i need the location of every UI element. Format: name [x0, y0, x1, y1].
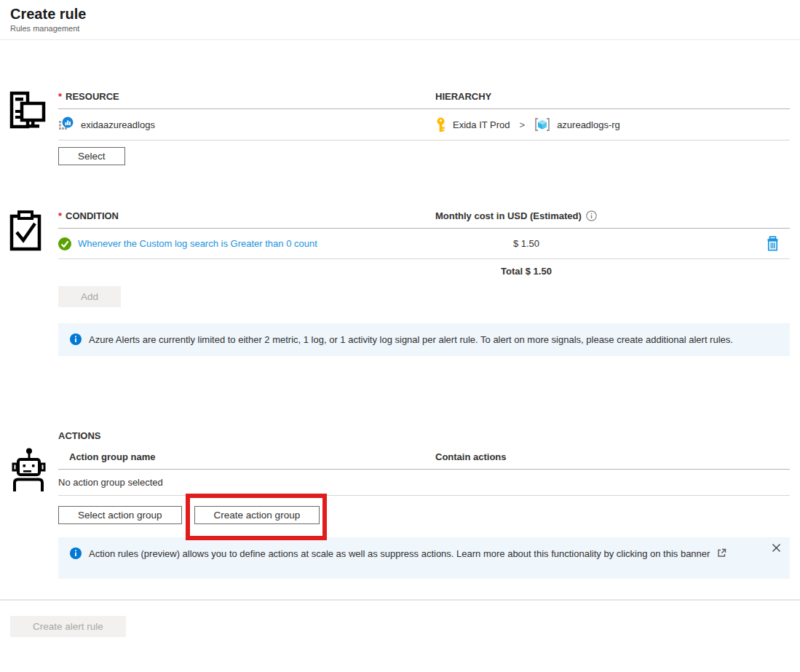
close-icon — [772, 543, 781, 553]
action-rules-preview-banner[interactable]: Action rules (preview) allows you to def… — [58, 537, 790, 579]
required-marker: * — [58, 210, 62, 221]
contain-actions-column-header: Contain actions — [435, 451, 790, 462]
alerts-limit-info-banner: Azure Alerts are currently limited to ei… — [58, 323, 790, 356]
action-group-empty-row: No action group selected — [58, 470, 790, 496]
log-analytics-workspace-icon — [58, 116, 74, 133]
trash-icon — [766, 236, 780, 251]
no-action-group-text: No action group selected — [58, 477, 163, 488]
breadcrumb: Rules management — [10, 24, 790, 33]
clipboard-check-icon — [9, 210, 43, 251]
actions-icon-column — [0, 430, 58, 579]
resource-section: *RESOURCE HIERARCHY — [0, 91, 800, 165]
select-action-group-button[interactable]: Select action group — [58, 506, 182, 524]
create-action-group-button[interactable]: Create action group — [194, 506, 320, 524]
action-group-name-column-header: Action group name — [58, 451, 435, 462]
condition-section: *CONDITION Monthly cost in USD (Estimate… — [0, 210, 800, 356]
footer: Create alert rule — [0, 601, 800, 652]
subscription-key-icon — [435, 117, 446, 133]
condition-total-row: Total $ 1.50 — [58, 259, 790, 277]
robot-icon — [9, 448, 47, 493]
add-condition-button[interactable]: Add — [58, 286, 121, 307]
subscription-name: Exida IT Prod — [453, 119, 510, 130]
total-cost: Total $ 1.50 — [435, 266, 617, 277]
actions-header: ACTIONS — [58, 430, 790, 441]
hierarchy-column-header: HIERARCHY — [435, 91, 790, 102]
resource-row: exidaazureadlogs Exida IT Prod > — [58, 109, 790, 141]
page-header: Create rule Rules management — [0, 0, 800, 40]
create-alert-rule-button[interactable]: Create alert rule — [10, 616, 126, 637]
actions-section: ACTIONS Action group name Contain action… — [0, 430, 800, 579]
condition-cost-value: $ 1.50 — [435, 238, 617, 249]
alerts-limit-info-text: Azure Alerts are currently limited to ei… — [89, 333, 733, 347]
delete-condition-button[interactable] — [766, 236, 790, 251]
resource-name: exidaazureadlogs — [81, 119, 155, 130]
cost-column-header: Monthly cost in USD (Estimated) — [435, 210, 582, 221]
condition-row: Whenever the Custom log search is Greate… — [58, 229, 790, 259]
close-banner-button[interactable] — [772, 543, 781, 553]
select-resource-button[interactable]: Select — [58, 147, 125, 165]
hierarchy-chevron: > — [520, 119, 526, 130]
page-title: Create rule — [10, 5, 790, 23]
condition-column-header: *CONDITION — [58, 210, 435, 221]
info-tooltip-icon[interactable] — [586, 210, 597, 221]
action-rules-preview-text: Action rules (preview) allows you to def… — [89, 547, 726, 561]
condition-rule-link[interactable]: Whenever the Custom log search is Greate… — [78, 238, 317, 249]
success-check-icon — [58, 237, 71, 250]
resource-icon-column — [0, 91, 58, 165]
condition-icon-column — [0, 210, 58, 356]
resource-icon — [9, 91, 46, 130]
external-link-icon — [717, 548, 726, 558]
info-icon — [70, 333, 82, 345]
required-marker: * — [58, 91, 62, 102]
resource-group-name: azureadlogs-rg — [557, 119, 620, 130]
info-icon — [70, 548, 82, 559]
resource-column-header: *RESOURCE — [58, 91, 435, 102]
resource-group-icon — [534, 117, 550, 132]
